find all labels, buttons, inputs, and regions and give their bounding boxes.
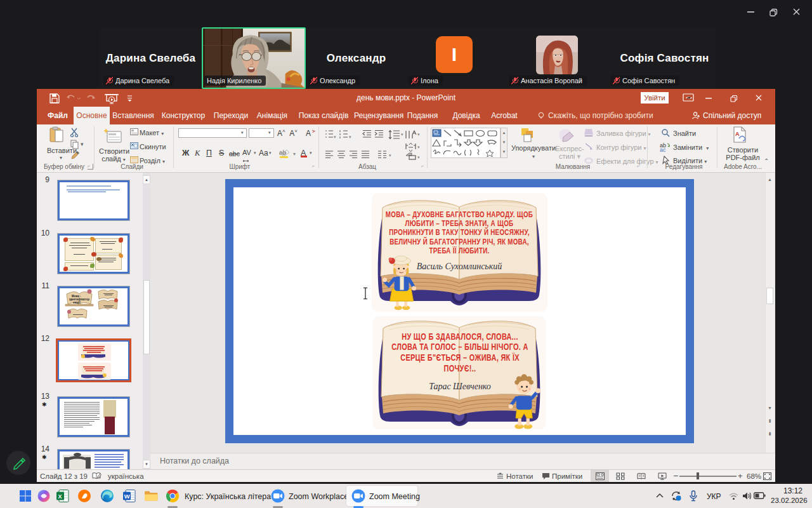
svg-text:▾: ▾: [349, 135, 351, 139]
svg-text:▾: ▾: [417, 132, 420, 137]
svg-text:▾: ▾: [81, 141, 84, 147]
svg-text:W: W: [124, 493, 130, 500]
svg-text:▾: ▾: [401, 132, 403, 137]
svg-text:ac: ac: [660, 147, 666, 152]
svg-text:нації!: нації!: [73, 301, 81, 304]
svg-text:▾: ▾: [417, 145, 420, 149]
svg-text:▾: ▾: [417, 155, 420, 159]
svg-text:▾: ▾: [389, 153, 391, 157]
svg-text:A: A: [306, 129, 311, 138]
svg-text:A: A: [735, 131, 740, 137]
svg-text:▾: ▾: [293, 151, 296, 157]
svg-text:X: X: [58, 493, 62, 500]
svg-text:▾: ▾: [334, 135, 336, 139]
